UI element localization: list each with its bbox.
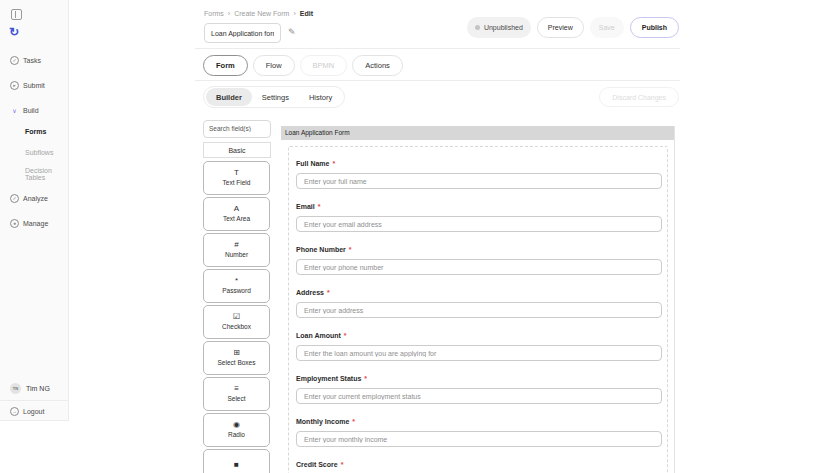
radio-icon: ◉ — [233, 421, 240, 429]
divider — [195, 48, 680, 49]
required-marker: * — [332, 160, 335, 167]
palette-card-button[interactable]: ■ — [203, 449, 270, 473]
field-label: Employment Status* — [296, 374, 660, 384]
sidebar-item-label: Forms — [25, 128, 46, 135]
email-input[interactable] — [296, 216, 662, 232]
palette-card-select[interactable]: ≡ Select — [203, 377, 270, 411]
subtab-builder[interactable]: Builder — [206, 88, 252, 106]
sidebar-item-label: Build — [23, 107, 39, 114]
button-icon: ■ — [234, 461, 239, 469]
palette-card-text-area[interactable]: A Text Area — [203, 197, 270, 231]
required-marker: * — [364, 375, 367, 382]
breadcrumb-forms[interactable]: Forms — [204, 10, 224, 17]
loan-amount-input[interactable] — [296, 345, 662, 361]
asterisk-icon: * — [235, 277, 238, 285]
sidebar-toggle-icon[interactable] — [11, 9, 22, 20]
palette-card-password[interactable]: * Password — [203, 269, 270, 303]
breadcrumb-separator: › — [228, 10, 230, 17]
tab-flow[interactable]: Flow — [253, 55, 295, 76]
preview-button[interactable]: Preview — [537, 17, 584, 38]
field-label: Address* — [296, 288, 660, 298]
status-badge: Unpublished — [467, 17, 531, 38]
monthly-income-input[interactable] — [296, 431, 662, 447]
logout-icon: → — [10, 407, 19, 416]
sidebar-item-label: Manage — [23, 220, 48, 227]
required-marker: * — [318, 203, 321, 210]
sidebar-item-subflows[interactable]: Subflows — [0, 147, 53, 158]
breadcrumb-create-new-form[interactable]: Create New Form — [234, 10, 289, 17]
tab-bpmn: BPMN — [300, 55, 348, 76]
status-label: Unpublished — [484, 24, 523, 31]
subtab-history[interactable]: History — [299, 88, 342, 106]
plus-square-icon: ⊞ — [233, 349, 240, 357]
submit-icon: ▸ — [10, 81, 19, 90]
field-label: Full Name* — [296, 159, 660, 169]
sidebar-item-tasks[interactable]: ✓ Tasks — [0, 55, 41, 66]
palette-card-label: Password — [222, 287, 251, 294]
app-window: ↻ ✓ Tasks ▸ Submit ∨ Build Forms Subflow… — [0, 0, 840, 473]
text-cursor-icon: T — [234, 169, 239, 177]
palette-card-checkbox[interactable]: ☑ Checkbox — [203, 305, 270, 339]
hash-icon: # — [234, 241, 238, 249]
field-label: Email* — [296, 202, 660, 212]
field-label: Monthly Income* — [296, 417, 660, 427]
palette-card-label: Number — [225, 251, 248, 258]
palette-card-select-boxes[interactable]: ⊞ Select Boxes — [203, 341, 270, 375]
form-field-credit-score[interactable]: Credit Score* — [296, 460, 660, 473]
employment-status-input[interactable] — [296, 388, 662, 404]
discard-changes-button: Discard Changes — [599, 87, 679, 107]
palette-card-radio[interactable]: ◉ Radio — [203, 413, 270, 447]
form-canvas: Loan Application Form Full Name* Email* … — [281, 126, 675, 473]
palette-card-text-field[interactable]: T Text Field — [203, 161, 270, 195]
sidebar-item-decision-tables[interactable]: Decision Tables — [0, 168, 68, 179]
logout-button[interactable]: → Logout — [0, 400, 69, 421]
form-field-monthly-income[interactable]: Monthly Income* — [296, 417, 660, 447]
form-title-input[interactable] — [204, 23, 281, 43]
form-field-address[interactable]: Address* — [296, 288, 660, 318]
form-field-phone-number[interactable]: Phone Number* — [296, 245, 660, 275]
user-name: Tim NG — [26, 385, 50, 392]
field-palette: Basic T Text Field A Text Area # Number … — [203, 117, 272, 473]
field-label: Loan Amount* — [296, 331, 660, 341]
form-field-loan-amount[interactable]: Loan Amount* — [296, 331, 660, 361]
field-label: Phone Number* — [296, 245, 660, 255]
sidebar-item-label: Decision Tables — [25, 167, 68, 181]
field-label: Credit Score* — [296, 460, 660, 470]
analyze-icon: ✓ — [10, 194, 19, 203]
sidebar-item-manage[interactable]: ● Manage — [0, 218, 48, 229]
publish-button[interactable]: Publish — [630, 17, 679, 38]
required-marker: * — [341, 461, 344, 468]
logout-label: Logout — [23, 408, 44, 415]
sidebar-item-analyze[interactable]: ✓ Analyze — [0, 193, 48, 204]
full-name-input[interactable] — [296, 173, 662, 189]
palette-card-label: Text Area — [223, 215, 250, 222]
palette-group-basic[interactable]: Basic — [203, 142, 271, 158]
form-field-email[interactable]: Email* — [296, 202, 660, 232]
tab-form[interactable]: Form — [203, 55, 248, 76]
phone-number-input[interactable] — [296, 259, 662, 275]
font-icon: A — [234, 205, 239, 213]
status-dot-icon — [475, 25, 480, 30]
sidebar-item-label: Subflows — [25, 149, 53, 156]
subtab-settings[interactable]: Settings — [252, 88, 299, 106]
sidebar-item-submit[interactable]: ▸ Submit — [0, 80, 45, 91]
sidebar-item-forms[interactable]: Forms — [0, 126, 46, 137]
palette-card-number[interactable]: # Number — [203, 233, 270, 267]
field-search-input[interactable] — [203, 120, 271, 138]
canvas-form-title: Loan Application Form — [281, 126, 674, 140]
checkbox-icon: ☑ — [233, 313, 240, 321]
form-field-employment-status[interactable]: Employment Status* — [296, 374, 660, 404]
palette-cards: T Text Field A Text Area # Number * Pass… — [203, 161, 272, 473]
edit-title-icon[interactable]: ✎ — [288, 27, 296, 37]
user-profile[interactable]: TN Tim NG — [0, 381, 69, 395]
sidebar-item-build[interactable]: ∨ Build — [0, 105, 39, 116]
required-marker: * — [327, 289, 330, 296]
tab-actions[interactable]: Actions — [352, 55, 403, 76]
app-logo-icon[interactable]: ↻ — [9, 25, 19, 39]
canvas-drop-area[interactable]: Full Name* Email* Phone Number* Address*… — [288, 146, 668, 473]
address-input[interactable] — [296, 302, 662, 318]
form-field-full-name[interactable]: Full Name* — [296, 159, 660, 189]
sidebar-item-label: Analyze — [23, 195, 48, 202]
breadcrumb-separator: › — [293, 10, 295, 17]
divider — [195, 80, 680, 81]
